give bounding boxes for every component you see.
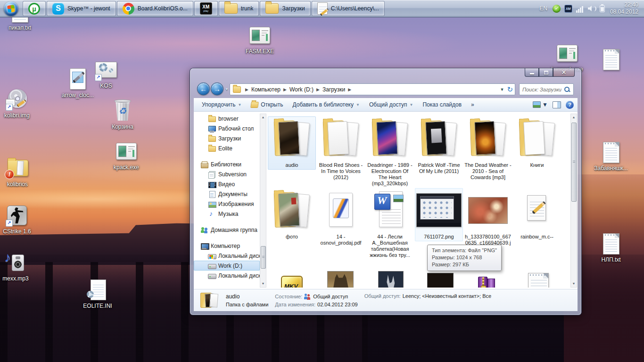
sidebar-item[interactable]: browser (194, 114, 260, 123)
recent-pages-dropdown[interactable]: ▼ (225, 87, 229, 91)
file-thumbnail (514, 189, 560, 232)
scroll-down-icon[interactable]: ▼ (260, 280, 266, 287)
sidebar-scrollbar[interactable]: ▲ ▼ (260, 114, 266, 288)
preview-pane-button[interactable] (553, 101, 561, 108)
desktop-icon-recycle-bin[interactable]: Корзина (103, 99, 142, 130)
taskbar-item-skype[interactable]: Skype™ - jewont (47, 1, 116, 16)
desktop-icon-eolite-ini[interactable]: EOLITE.INI (78, 278, 117, 309)
back-button[interactable]: ← (197, 82, 210, 95)
scrollbar-thumb[interactable] (571, 123, 577, 202)
open-button[interactable]: Открыть (247, 99, 287, 110)
file-list-scrollbar[interactable]: ▲ ▼ (570, 114, 577, 288)
file-label: rainbow_m.c-- (520, 234, 553, 240)
add-to-library-button[interactable]: Добавить в библиотеку▼ (288, 99, 363, 110)
sidebar-item[interactable]: Компьютер (194, 241, 260, 251)
share-button[interactable]: Общий доступ▼ (365, 99, 418, 110)
breadcrumb-arrow-icon: ▶ (242, 87, 251, 92)
sidebar-item[interactable]: Документы (194, 189, 260, 199)
file-item[interactable]: The Dead Weather - 2010 - Sea of Cowards… (464, 116, 512, 182)
sidebar-item[interactable]: Work (D:) (194, 261, 260, 271)
change-view-button[interactable]: ▼ (533, 101, 548, 108)
sidebar-item-icon (208, 181, 216, 188)
taskbar-item-label: Skype™ - jewont (67, 5, 110, 12)
file-item[interactable]: Patrick Wolf -Time Of My Life (2011) (415, 116, 463, 176)
sidebar-item[interactable]: Сеть (194, 287, 260, 288)
breadcrumb-item[interactable]: ▶ Work (D:) (281, 86, 314, 93)
file-item[interactable]: 44 - Лесли А._Волшебная таблетка(Новая ж… (366, 188, 414, 260)
sidebar-item[interactable]: Библиотеки (194, 159, 260, 169)
desktop-icon-kos[interactable]: KOS (86, 58, 126, 89)
desktop-icon-nlp[interactable]: НЛП.txt (591, 232, 631, 263)
desktop-icon-kolibri-img[interactable]: kolibri.img (0, 88, 37, 119)
tray-antivirus-icon[interactable] (553, 5, 561, 13)
search-icon[interactable] (564, 86, 570, 93)
sidebar-item[interactable]: Музыка (194, 209, 260, 219)
file-item[interactable] (513, 260, 561, 288)
tray-xmplay-icon[interactable] (564, 5, 572, 13)
taskbar-item-xmplay[interactable] (194, 1, 218, 16)
taskbar-clock[interactable]: 22:40 08.04.2012 (610, 1, 638, 16)
taskbar-item-label: C:\Users\Leency\... (331, 5, 379, 12)
language-indicator[interactable]: EN (539, 5, 547, 12)
address-bar[interactable]: ▶ Компьютер ▶ Work (D:) ▶ Загрузки ▶ ▼ ↻ (230, 83, 515, 95)
file-item[interactable]: rainbow_m.c-- (513, 188, 561, 241)
sidebar-item[interactable]: Видео (194, 179, 260, 189)
tray-battery-icon[interactable] (600, 5, 605, 12)
scroll-up-icon[interactable]: ▲ (260, 114, 266, 121)
file-item[interactable]: audio (268, 116, 316, 170)
file-item[interactable]: Deadringer - 1989 - Electrocution Of The… (366, 116, 414, 188)
sidebar-item[interactable]: Локальный диск (194, 271, 260, 280)
sidebar-item[interactable]: Рабочий стол (194, 123, 260, 133)
sidebar-item[interactable]: Домашняя группа (194, 225, 260, 235)
slideshow-button[interactable]: Показ слайдов (418, 99, 466, 110)
desktop: Skype™ - jewont Board.KolibriOS.o... tru… (0, 0, 644, 362)
desktop-icon-fasm[interactable]: FASM.EXE (240, 24, 280, 55)
maximize-button[interactable] (539, 68, 553, 77)
file-item[interactable]: Blood Red Shoes - In Time to Voices (201… (317, 116, 365, 182)
desktop-icon-doc[interactable] (591, 48, 631, 71)
taskbar-item-chrome[interactable]: Board.KolibriOS.o... (117, 1, 193, 16)
file-item[interactable] (317, 260, 365, 288)
desktop-icon-kolibrios[interactable]: kolibrios (0, 156, 37, 188)
close-button[interactable]: ✕ (553, 68, 575, 77)
forward-button[interactable]: → (211, 82, 223, 95)
tray-volume-icon[interactable] (588, 5, 596, 13)
more-commands-button[interactable]: » (467, 99, 479, 110)
scroll-up-icon[interactable]: ▲ (571, 114, 577, 121)
organize-button[interactable]: Упорядочить▼ (198, 99, 246, 110)
file-item[interactable] (268, 260, 316, 288)
desktop-icon-mexx-mp3[interactable]: mexx.mp3 (0, 251, 35, 282)
search-box[interactable]: Поиск: Загрузки (519, 83, 574, 95)
address-history-dropdown[interactable]: ▼ (500, 87, 504, 92)
sidebar-item[interactable]: Изображения (194, 199, 260, 209)
taskbar-item-folder-trunk[interactable]: trunk (219, 1, 259, 16)
scrollbar-thumb[interactable] (261, 246, 266, 269)
file-item[interactable]: h_1333780100_6670635_c166940639.jpg (464, 188, 512, 254)
taskbar-item-folder-downloads[interactable]: Загрузки (260, 1, 310, 16)
sidebar-item[interactable]: Subversion (194, 169, 260, 179)
chevron-down-icon: ▼ (542, 101, 548, 108)
file-item[interactable]: 14 - osnovi_prodaj.pdf (317, 188, 365, 247)
refresh-icon[interactable]: ↻ (507, 86, 513, 93)
breadcrumb-item[interactable]: ▶ Загрузки (314, 86, 345, 93)
taskbar-item-notepad[interactable]: C:\Users\Leency\... (312, 1, 385, 16)
file-item[interactable]: Книги (513, 116, 561, 170)
desktop-icon-zabavnyashki[interactable]: Забавняшк... (591, 140, 631, 172)
desktop-icon-kpack[interactable]: kpack.exe (107, 140, 146, 171)
desktop-icon-cstrike[interactable]: CStrike 1.6 (0, 204, 37, 235)
navigation-pane: browser Рабочий стол Загрузки Eolite Биб… (194, 114, 260, 288)
taskbar-start-button[interactable] (0, 1, 22, 16)
file-item[interactable]: 7611072.png (415, 188, 463, 241)
file-item[interactable] (366, 260, 414, 288)
help-button[interactable]: ? (566, 101, 574, 109)
minimize-button[interactable] (525, 68, 539, 77)
sidebar-item[interactable]: Локальный диск (194, 251, 260, 261)
clock-date: 08.04.2012 (610, 8, 638, 16)
file-item[interactable]: фото (268, 188, 316, 241)
scroll-down-icon[interactable]: ▼ (571, 280, 577, 287)
tray-network-icon[interactable] (576, 5, 584, 13)
sidebar-item[interactable]: Загрузки (194, 133, 260, 143)
sidebar-item[interactable]: Eolite (194, 143, 260, 153)
breadcrumb-item[interactable]: ▶ Компьютер (242, 86, 281, 93)
taskbar-item-utorrent[interactable] (23, 1, 46, 16)
